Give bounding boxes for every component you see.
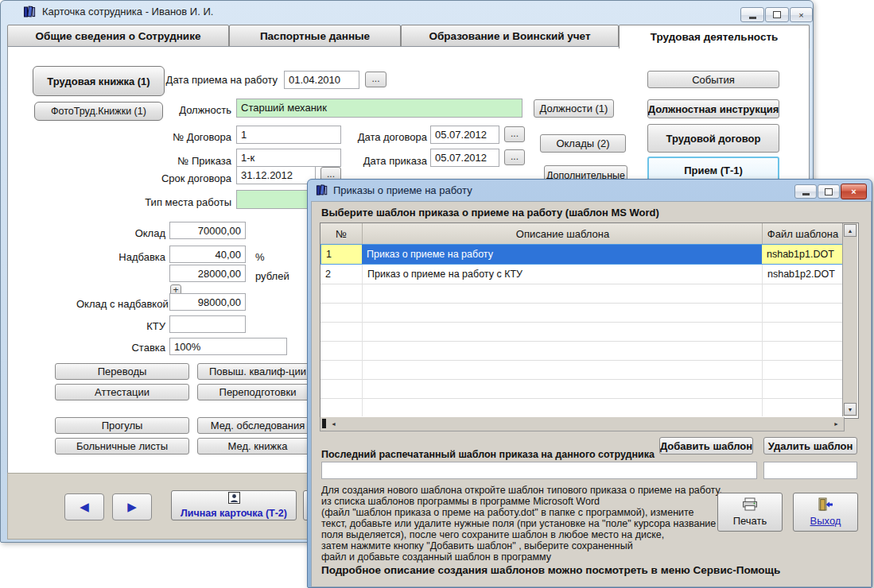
instructions-text: Для создания нового шаблона откройте шаб… [321,485,755,563]
restore-icon[interactable] [765,7,789,22]
contract-date-label: Дата договора [357,131,427,143]
minimize-icon[interactable] [794,184,817,199]
col-header-num[interactable]: № [320,223,362,245]
next-record-button[interactable]: ▶ [112,493,152,520]
hire-date-picker-button[interactable]: ... [365,72,387,87]
scroll-right-icon[interactable]: ► [830,417,842,430]
rate-label: Ставка [119,342,165,354]
tab-work-activity[interactable]: Трудовая деятельность [619,25,810,48]
labor-contract-button[interactable]: Трудовой договор [647,124,779,153]
main-window-title: Карточка сотрудника - Иванов И. И. [42,6,213,17]
salary-field[interactable]: 70000,00 [169,222,246,239]
contract-term-label: Срок договора [136,172,231,184]
table-row-selected[interactable]: 1 Приказ о приеме на работу nshab1p1.DOT [320,244,844,265]
minimize-icon[interactable] [740,7,764,22]
attestations-button[interactable]: Аттестации [55,384,189,400]
contract-no-field[interactable]: 1 [236,126,341,144]
restore-icon[interactable] [818,184,840,199]
table-row[interactable]: 2 Приказ о приеме на работу с КТУ nshab1… [320,265,844,284]
job-description-button[interactable]: Должностная инструкция [647,99,779,118]
scroll-left-icon[interactable]: ◄ [328,417,340,430]
salary-total-field[interactable]: 98000,00 [169,293,246,311]
close-icon[interactable]: × [790,7,813,22]
close-icon[interactable]: × [841,184,867,199]
dialog-titlebar: Приказы о приеме на работу × [308,180,872,201]
add-template-button[interactable]: Добавить шаблон [659,437,753,455]
percent-unit-label: % [255,251,265,263]
transfers-button[interactable]: Переводы [55,363,189,380]
contract-date-field[interactable]: 05.07.2012 [430,126,499,144]
med-exams-button[interactable]: Мед. обследования [197,417,318,434]
order-date-picker-button[interactable]: ... [504,149,525,165]
bonus-rub-field[interactable]: 28000,00 [169,265,246,282]
screen: Карточка сотрудника - Иванов И. И. × Общ… [0,0,874,588]
retraining-button[interactable]: Переподготовки [197,384,318,400]
qualification-button[interactable]: Повыш. квалиф-ции [197,363,318,380]
scroll-down-icon[interactable]: ▼ [844,403,857,416]
rate-field[interactable]: 100% [169,338,287,355]
next-icon: ▶ [127,500,137,514]
events-button[interactable]: События [647,71,779,88]
delete-template-button[interactable]: Удалить шаблон [763,437,857,455]
dialog-body: Выберите шаблон приказа о приеме на рабо… [311,201,872,587]
personal-card-button[interactable]: Личная карточка (Т-2) [171,490,297,520]
last-printed-file-field[interactable] [763,462,857,479]
templates-table: № Описание шаблона Файл шаблона 1 Приказ… [320,222,859,419]
absences-button[interactable]: Прогулы [55,417,189,434]
contract-term-field[interactable]: 31.12.2012 [236,166,316,184]
books-icon [316,184,328,199]
dialog-header-label: Выберите шаблон приказа о приеме на рабо… [321,207,659,219]
print-button[interactable]: Печать [717,493,783,532]
position-label: Должность [152,104,231,116]
order-no-field[interactable]: 1-к [236,149,341,167]
bonus-percent-field[interactable]: 40,00 [169,246,246,263]
order-no-label: № Приказа [144,155,231,167]
last-printed-template-field[interactable] [321,462,757,479]
col-header-desc[interactable]: Описание шаблона [362,223,763,245]
salaries-button[interactable]: Оклады (2) [540,134,626,153]
dialog-title: Приказы о приеме на работу [333,184,472,196]
table-empty-rows [320,284,842,416]
order-date-field[interactable]: 05.07.2012 [430,149,499,167]
med-book-button[interactable]: Мед. книжка [197,438,318,455]
salary-total-label: Оклад с надбавкой [76,298,165,310]
exit-door-icon [818,497,833,513]
photo-labor-book-button[interactable]: ФотоТруд.Книжки (1) [34,102,163,121]
salary-label: Оклад [120,227,165,239]
hire-date-field[interactable]: 01.04.2010 [284,71,359,89]
tab-education-military[interactable]: Образование и Воинский учет [401,25,619,48]
ktu-field[interactable] [169,315,246,333]
scroll-up-icon[interactable]: ▲ [844,224,857,237]
person-icon [228,492,240,506]
hiring-orders-dialog: Приказы о приеме на работу × Выберите ша… [307,179,872,588]
order-date-label: Дата приказа [357,155,427,167]
books-icon [23,5,37,21]
workplace-type-label: Тип места работы [124,196,231,208]
main-titlebar: Карточка сотрудника - Иванов И. И. × [1,1,813,22]
prev-record-button[interactable]: ◀ [64,493,104,520]
last-printed-label: Последний распечатанный шаблон приказа н… [321,449,655,460]
table-hscrollbar[interactable]: ◄ ► [320,417,845,431]
ktu-label: КТУ [135,320,165,332]
contract-date-picker-button[interactable]: ... [504,126,525,142]
col-header-file[interactable]: Файл шаблона [762,223,843,245]
contract-no-label: № Договора [144,131,231,143]
rubles-unit-label: рублей [255,270,289,282]
labor-book-button[interactable]: Трудовая книжка (1) [33,66,165,96]
bonus-label: Надбавка [100,251,165,263]
tab-general-info[interactable]: Общие сведения о Сотруднике [7,25,229,48]
hscroll-thumb[interactable] [322,419,326,428]
prev-icon: ◀ [80,500,89,514]
exit-icon-button[interactable]: Выход [793,493,858,532]
position-field[interactable]: Старший механик [236,99,522,118]
hire-date-label: Дата приема на работу [164,74,278,86]
table-vscrollbar[interactable]: ▲ ▼ [842,223,857,416]
tab-passport-data[interactable]: Паспортные данные [229,25,401,48]
printer-icon [742,497,758,513]
positions-button[interactable]: Должности (1) [534,99,614,118]
sick-leaves-button[interactable]: Больничные листы [55,438,189,455]
help-note: Подробное описание создания шаблонов мож… [321,564,780,576]
